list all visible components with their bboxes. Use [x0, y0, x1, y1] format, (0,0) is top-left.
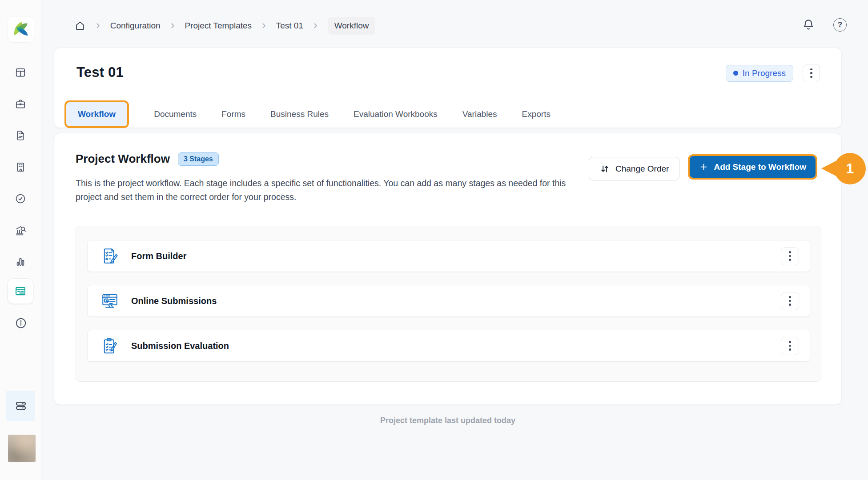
stage-kebab-menu-button[interactable] — [781, 337, 799, 355]
workflow-card: Project Workflow 3 Stages This is the pr… — [54, 133, 842, 405]
tab-documents[interactable]: Documents — [154, 109, 197, 119]
question-mark-icon: ? — [838, 20, 842, 29]
app-logo[interactable] — [8, 16, 34, 43]
annotation-highlight-workflow-tab: Workflow — [64, 100, 129, 128]
submission-evaluation-icon — [100, 336, 119, 355]
tab-evaluation-workbooks[interactable]: Evaluation Workbooks — [354, 109, 438, 119]
sort-arrows-icon — [599, 164, 610, 174]
add-stage-to-workflow-button[interactable]: Add Stage to Workflow — [690, 156, 816, 178]
breadcrumb-chevron-icon: › — [96, 20, 100, 31]
tab-forms[interactable]: Forms — [221, 109, 245, 119]
status-badge-label: In Progress — [743, 68, 786, 78]
briefcase-icon — [15, 98, 26, 110]
stage-row-form-builder[interactable]: Form Builder — [87, 240, 810, 272]
sidebar-item-templates-active[interactable] — [8, 278, 33, 304]
help-button[interactable]: ? — [833, 18, 847, 32]
stage-label: Submission Evaluation — [131, 341, 229, 351]
workflow-actions: Change Order Add Stage to Workflow — [589, 154, 817, 180]
plus-icon — [699, 162, 708, 172]
sidebar-item-projects[interactable] — [15, 98, 26, 110]
tab-workflow[interactable]: Workflow — [66, 102, 127, 126]
sidebar-item-reports[interactable] — [15, 130, 26, 141]
header-controls: In Progress — [726, 64, 820, 82]
breadcrumb-item-test-01[interactable]: Test 01 — [276, 21, 303, 31]
bar-chart-icon — [15, 256, 26, 268]
kebab-dots-icon — [789, 341, 791, 343]
add-stage-label: Add Stage to Workflow — [714, 162, 806, 172]
annotation-step-1: 1 — [834, 153, 866, 184]
template-card-icon — [14, 285, 27, 297]
section-description: This is the project workflow. Each stage… — [76, 176, 567, 204]
sidebar — [0, 0, 41, 480]
topbar-actions: ? — [801, 18, 847, 32]
page-title: Test 01 — [76, 64, 124, 80]
change-order-button[interactable]: Change Order — [589, 157, 679, 180]
form-builder-icon — [100, 247, 119, 265]
header-kebab-menu-button[interactable] — [803, 64, 820, 82]
sidebar-item-environment[interactable] — [6, 391, 35, 421]
sidebar-item-info[interactable] — [15, 317, 27, 329]
dashboard-icon — [15, 67, 26, 78]
status-dot-icon — [733, 71, 738, 76]
stage-row-online-submissions[interactable]: Online Submissions — [87, 285, 810, 317]
tab-variables[interactable]: Variables — [462, 109, 497, 119]
server-stack-icon — [14, 399, 28, 412]
tab-exports[interactable]: Exports — [522, 109, 551, 119]
sidebar-item-analytics[interactable] — [15, 256, 26, 268]
change-order-label: Change Order — [615, 164, 669, 174]
bell-icon — [801, 18, 816, 32]
online-submissions-icon — [100, 292, 119, 310]
breadcrumb: › Configuration › Project Templates › Te… — [74, 17, 375, 35]
last-updated-note: Project template last updated today — [54, 416, 842, 425]
breadcrumb-item-project-templates[interactable]: Project Templates — [185, 21, 252, 31]
workflow-section-header: Project Workflow 3 Stages — [76, 152, 219, 166]
stage-count-badge: 3 Stages — [178, 152, 219, 166]
sidebar-item-approvals[interactable] — [15, 193, 26, 204]
check-circle-icon — [15, 193, 26, 204]
avatar-image — [8, 435, 36, 462]
info-icon — [15, 317, 27, 329]
notifications-button[interactable] — [801, 18, 816, 32]
kebab-dots-icon — [810, 68, 812, 71]
institution-search-icon — [15, 224, 26, 236]
breadcrumb-item-workflow-current: Workflow — [328, 17, 376, 35]
breadcrumb-chevron-icon: › — [171, 20, 175, 31]
breadcrumb-home[interactable] — [74, 20, 86, 32]
user-avatar[interactable] — [8, 435, 36, 462]
annotation-highlight-add-stage: Add Stage to Workflow — [688, 154, 817, 180]
file-report-icon — [15, 130, 26, 141]
section-title: Project Workflow — [76, 152, 170, 166]
stage-row-submission-evaluation[interactable]: Submission Evaluation — [87, 330, 810, 362]
status-badge[interactable]: In Progress — [726, 65, 793, 82]
breadcrumb-chevron-icon: › — [262, 20, 266, 31]
building-icon — [15, 161, 26, 173]
sidebar-item-organizations[interactable] — [15, 161, 26, 173]
sidebar-item-funding-search[interactable] — [15, 224, 26, 236]
template-tabs: Workflow Documents Forms Business Rules … — [64, 100, 551, 128]
tab-business-rules[interactable]: Business Rules — [270, 109, 329, 119]
annotation-number: 1 — [846, 160, 854, 177]
home-icon — [74, 20, 86, 32]
stages-container: Form Builder Online Submissions — [76, 226, 821, 382]
breadcrumb-chevron-icon: › — [313, 20, 317, 31]
kebab-dots-icon — [789, 251, 791, 253]
sidebar-nav — [0, 67, 41, 268]
breadcrumb-item-configuration[interactable]: Configuration — [110, 21, 161, 31]
stage-kebab-menu-button[interactable] — [781, 292, 799, 310]
stage-label: Online Submissions — [131, 296, 217, 306]
stage-kebab-menu-button[interactable] — [781, 247, 799, 265]
kebab-dots-icon — [789, 296, 791, 298]
sidebar-item-dashboard[interactable] — [15, 67, 26, 78]
logo-leaf-icon — [11, 19, 31, 40]
template-header-card: Test 01 In Progress Workflow Documents F… — [54, 48, 842, 128]
stage-label: Form Builder — [131, 251, 186, 261]
